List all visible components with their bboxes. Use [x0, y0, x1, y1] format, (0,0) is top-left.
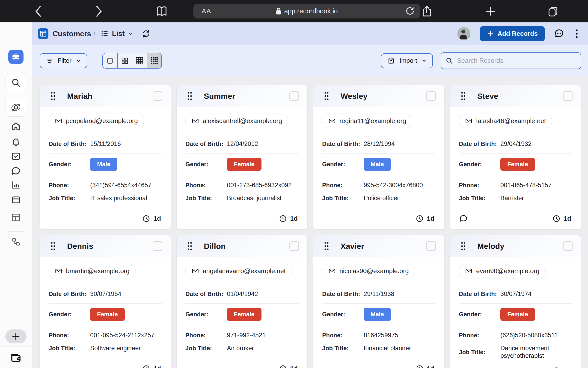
record-checkbox[interactable] — [153, 241, 162, 251]
browser-forward-icon[interactable] — [93, 0, 105, 22]
bookmarks-book-icon[interactable] — [155, 0, 169, 22]
record-age: 1d — [279, 215, 298, 222]
reload-icon[interactable] — [405, 6, 415, 16]
email-chip[interactable]: pcopeland@example.org — [49, 114, 144, 128]
sidebar-item-analytics[interactable] — [11, 180, 21, 190]
phone-label: Phone: — [322, 332, 364, 339]
card-footer: 1d — [40, 208, 171, 229]
record-checkbox[interactable] — [290, 241, 299, 251]
chevron-down-icon[interactable] — [128, 31, 133, 37]
sidebar-item-wallet[interactable] — [10, 352, 22, 364]
envelope-icon — [328, 267, 336, 275]
record-email: pcopeland@example.org — [66, 117, 138, 125]
drag-handle-icon[interactable] — [460, 241, 466, 251]
record-card: Summer alexiscantrell@example.org Date o… — [176, 85, 307, 230]
drag-handle-icon[interactable] — [187, 92, 193, 101]
record-age: 1d — [416, 215, 434, 222]
drag-handle-icon[interactable] — [324, 241, 330, 251]
filter-button[interactable]: Filter — [40, 53, 87, 68]
record-checkbox[interactable] — [153, 91, 162, 101]
email-chip[interactable]: bmartin@example.org — [49, 264, 136, 278]
phone-label: Phone: — [459, 182, 500, 189]
grid-3x3-view-button[interactable] — [132, 53, 147, 68]
record-card: Melody evan90@example.org Date of Birth:… — [450, 235, 581, 368]
sidebar-item-chat[interactable] — [11, 166, 21, 177]
app-logo[interactable] — [8, 50, 24, 64]
record-checkbox[interactable] — [426, 91, 436, 101]
drag-handle-icon[interactable] — [187, 241, 193, 251]
job-title-value: Dance movement psychotherapist — [500, 344, 572, 360]
search-icon — [11, 78, 21, 88]
drag-handle-icon[interactable] — [50, 241, 56, 251]
add-records-button[interactable]: Add Records — [480, 26, 545, 41]
list-view-icon — [100, 29, 109, 38]
table-icon — [11, 212, 21, 223]
sidebar-item-workflow[interactable] — [11, 237, 21, 247]
sidebar-item-window[interactable] — [11, 195, 21, 205]
email-chip[interactable]: latasha46@example.net — [459, 114, 552, 128]
envelope-icon — [192, 117, 199, 125]
tab-overview-icon[interactable] — [546, 0, 560, 22]
phone-value: (341)594-6554x44657 — [90, 182, 162, 189]
email-chip[interactable]: evan90@example.org — [459, 264, 545, 278]
sidebar-item-home[interactable] — [11, 121, 21, 132]
share-icon[interactable] — [420, 0, 433, 22]
import-button[interactable]: Import — [381, 53, 433, 68]
sidebar-search-button[interactable] — [6, 74, 26, 92]
envelope-icon — [55, 267, 62, 275]
dense-grid-view-button[interactable] — [147, 53, 161, 68]
comments-icon[interactable] — [553, 28, 564, 39]
envelope-icon — [465, 117, 473, 125]
search-input[interactable] — [456, 57, 576, 65]
record-age: 1d — [553, 215, 571, 222]
email-chip[interactable]: angelanavarro@example.net — [185, 264, 292, 278]
drag-handle-icon[interactable] — [460, 92, 466, 101]
email-chip[interactable]: nicolas90@example.org — [322, 264, 415, 278]
breadcrumb-app-name[interactable]: Customers — [53, 29, 91, 38]
sidebar-divider — [8, 231, 24, 231]
email-chip[interactable]: regina11@example.org — [322, 114, 412, 128]
sidebar-item-table[interactable] — [11, 212, 21, 223]
new-tab-plus-icon[interactable] — [484, 0, 497, 22]
sidebar-item-orbit[interactable] — [6, 98, 26, 117]
single-card-view-button[interactable] — [103, 53, 118, 68]
dob-label: Date of Birth: — [185, 290, 227, 298]
drag-handle-icon[interactable] — [50, 92, 56, 101]
comment-bubble-icon[interactable] — [459, 214, 468, 223]
record-checkbox[interactable] — [290, 91, 299, 101]
card-footer: 1d — [313, 208, 444, 229]
gender-badge: Female — [227, 158, 262, 171]
grid-2x2-view-button[interactable] — [118, 53, 132, 68]
table-app-icon[interactable] — [38, 28, 48, 39]
dob-label: Date of Birth: — [49, 140, 90, 147]
record-email: latasha46@example.net — [476, 117, 546, 125]
chat-bubble-icon — [11, 166, 21, 177]
gender-label: Gender: — [185, 311, 227, 318]
home-icon — [11, 121, 21, 132]
bar-chart-icon — [11, 180, 21, 190]
email-chip[interactable]: alexiscantrell@example.org — [185, 114, 288, 128]
job-title-label: Job Title: — [322, 345, 364, 352]
phone-value: (626)520-5080x3511 — [500, 331, 572, 339]
address-bar[interactable]: AA app.recordbook.io — [193, 4, 420, 18]
sidebar-item-tasks[interactable] — [11, 151, 21, 161]
envelope-icon — [192, 267, 199, 275]
record-checkbox[interactable] — [563, 91, 572, 101]
browser-back-icon[interactable] — [32, 0, 44, 22]
search-records-field[interactable] — [441, 52, 581, 69]
sidebar-add-button[interactable] — [5, 330, 26, 343]
sidebar-divider — [0, 323, 32, 323]
record-checkbox[interactable] — [426, 241, 436, 251]
refresh-icon[interactable] — [141, 29, 150, 38]
user-avatar[interactable] — [456, 26, 471, 41]
orbit-icon — [10, 102, 21, 113]
record-card: Wesley regina11@example.org Date of Birt… — [313, 85, 444, 230]
view-name[interactable]: List — [112, 29, 125, 38]
record-card: Mariah pcopeland@example.org Date of Bir… — [40, 85, 171, 230]
job-title-value: IT sales professional — [90, 194, 162, 202]
record-checkbox[interactable] — [563, 241, 572, 251]
sidebar-item-notifications[interactable] — [11, 137, 21, 147]
sidebar-divider — [8, 256, 24, 256]
kebab-menu-icon[interactable] — [573, 29, 580, 39]
drag-handle-icon[interactable] — [324, 92, 330, 101]
